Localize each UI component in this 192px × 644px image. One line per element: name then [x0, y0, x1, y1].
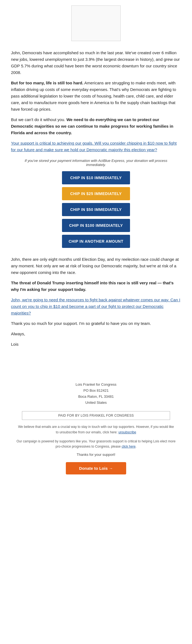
paragraph-2: But for too many, life is still too hard… — [11, 80, 181, 113]
chip-in-another-label: CHIP IN ANOTHER AMOUNT — [69, 239, 123, 244]
chip-in-50-button[interactable]: CHIP IN $50 IMMEDIATELY — [62, 203, 130, 216]
chip-in-link-2[interactable]: John, we're going to need the resources … — [11, 297, 180, 315]
chip-in-another-button[interactable]: CHIP IN ANOTHER AMOUNT — [62, 235, 130, 248]
chip-in-10-label: CHIP IN $10 IMMEDIATELY — [70, 176, 122, 180]
paragraph-1: John, Democrats have accomplished so muc… — [11, 50, 181, 76]
header-image-area — [0, 0, 192, 45]
org-footer: Lois Frankel for Congress PO Box 812421 … — [0, 377, 192, 408]
fine-print-2-text: Our campaign is powered by supporters li… — [16, 439, 176, 448]
chip-in-25-label: CHIP IN $25 IMMEDIATELY — [70, 191, 122, 196]
chip-in-25-button[interactable]: CHIP IN $25 IMMEDIATELY — [62, 187, 130, 200]
spacer — [0, 355, 192, 377]
header-image — [71, 5, 121, 41]
actblue-note-text: If you've stored your payment informatio… — [25, 159, 167, 167]
fine-print-2: Our campaign is powered by supporters li… — [0, 437, 192, 451]
paragraph-4: John, there are only eight months until … — [11, 256, 181, 276]
footer-text-area: John, there are only eight months until … — [0, 256, 192, 355]
actblue-note: If you've stored your payment informatio… — [0, 157, 192, 170]
paid-for-text: PAID FOR BY LOIS FRANKEL FOR CONGRESS — [58, 414, 134, 417]
link-text-1: Your support is critical to achieving ou… — [11, 141, 177, 152]
donation-buttons-area: CHIP IN $10 IMMEDIATELY CHIP IN $25 IMME… — [0, 170, 192, 256]
body-text: John, Democrats have accomplished so muc… — [0, 45, 192, 153]
address-line-1: PO Box 812421 — [11, 388, 181, 394]
fine-print-2-end: . — [135, 445, 136, 448]
fine-print-1: We believe that emails are a crucial way… — [0, 423, 192, 436]
paragraph-2-bold: But for too many, life is still too hard… — [11, 81, 83, 85]
thanks-text: Thanks for your support! — [0, 451, 192, 459]
chip-in-50-label: CHIP IN $50 IMMEDIATELY — [70, 207, 122, 212]
thanks-label: Thanks for your support! — [77, 453, 115, 457]
link-text-2: John, we're going to need the resources … — [11, 297, 180, 315]
address-line-3: United States — [11, 400, 181, 406]
org-name: Lois Frankel for Congress — [11, 382, 181, 388]
closing-1: Always, — [11, 331, 181, 337]
paragraph-link-2[interactable]: John, we're going to need the resources … — [11, 297, 181, 316]
chip-in-link-1[interactable]: Your support is critical to achieving ou… — [11, 141, 177, 152]
paragraph-5: The threat of Donald Trump inserting him… — [11, 280, 181, 293]
closing-2: Lois — [11, 341, 181, 348]
donate-footer-label: Donate to Lois → — [79, 466, 113, 471]
unsubscribe-link[interactable]: unsubscribe — [118, 430, 136, 434]
paragraph-link-1[interactable]: Your support is critical to achieving ou… — [11, 140, 181, 153]
paragraph-6: Thank you so much for your support. I'm … — [11, 320, 181, 327]
email-wrapper: John, Democrats have accomplished so muc… — [0, 0, 192, 474]
click-here-link[interactable]: click here — [122, 445, 135, 448]
address-line-2: Boca Raton, FL 33481 — [11, 394, 181, 400]
donate-footer-button[interactable]: Donate to Lois → — [66, 462, 126, 474]
chip-in-10-button[interactable]: CHIP IN $10 IMMEDIATELY — [62, 171, 130, 184]
chip-in-100-button[interactable]: CHIP IN $100 IMMEDIATELY — [62, 219, 130, 232]
paragraph-3: But we can't do it without you. We need … — [11, 116, 181, 136]
paragraph-5-bold: The threat of Donald Trump inserting him… — [11, 281, 174, 292]
paragraph-3-start: But we can't do it without you. — [11, 117, 66, 122]
chip-in-100-label: CHIP IN $100 IMMEDIATELY — [69, 223, 123, 228]
paid-for-box: PAID FOR BY LOIS FRANKEL FOR CONGRESS — [22, 411, 170, 420]
fine-print-1-text: We believe that emails are a crucial way… — [18, 425, 174, 434]
